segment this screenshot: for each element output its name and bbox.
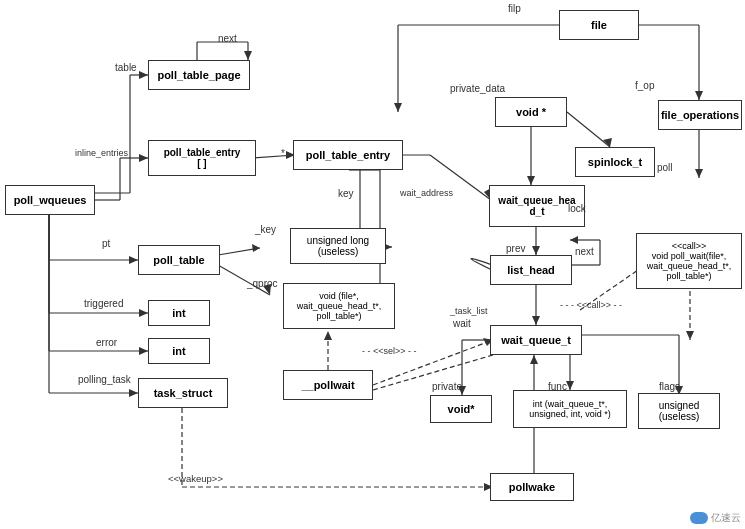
watermark: 亿速云 bbox=[690, 511, 741, 525]
call-box: <<call>> void poll_wait(file*, wait_queu… bbox=[636, 233, 742, 289]
next2-label: next bbox=[218, 33, 237, 44]
unsigned-flags-box: unsigned (useless) bbox=[638, 393, 720, 429]
file-box: file bbox=[559, 10, 639, 40]
f-op-label: f_op bbox=[635, 80, 654, 91]
poll-wqueues-box: poll_wqueues bbox=[5, 185, 95, 215]
task-struct-box: task_struct bbox=[138, 378, 228, 408]
wait-label: wait bbox=[453, 318, 471, 329]
svg-marker-36 bbox=[139, 71, 148, 79]
svg-marker-13 bbox=[532, 246, 540, 255]
polling-task-label: polling_task bbox=[78, 374, 131, 385]
error-label: error bbox=[96, 337, 117, 348]
prev-label: prev bbox=[506, 243, 525, 254]
pt-label: pt bbox=[102, 238, 110, 249]
flags-label: flags bbox=[659, 381, 680, 392]
void-private-box: void* bbox=[430, 395, 492, 423]
pollwake-box: pollwake bbox=[490, 473, 574, 501]
file-operations-box: file_operations bbox=[658, 100, 742, 130]
spinlock-t-box: spinlock_t bbox=[575, 147, 655, 177]
svg-marker-7 bbox=[695, 169, 703, 178]
svg-marker-76 bbox=[686, 331, 694, 340]
list-head-box: list_head bbox=[490, 255, 572, 285]
svg-marker-9 bbox=[603, 138, 612, 147]
private-data-label: private_data bbox=[450, 83, 505, 94]
svg-marker-63 bbox=[139, 309, 148, 317]
svg-marker-11 bbox=[527, 176, 535, 185]
svg-marker-25 bbox=[566, 381, 574, 390]
task-list-label: _task_list bbox=[450, 306, 488, 316]
svg-marker-17 bbox=[570, 236, 578, 244]
poll-label: poll bbox=[657, 162, 673, 173]
svg-marker-56 bbox=[129, 256, 138, 264]
svg-line-8 bbox=[567, 112, 610, 147]
key-label: _key bbox=[255, 224, 276, 235]
private-label: private bbox=[432, 381, 462, 392]
poll-table-page-box: poll_table_page bbox=[148, 60, 250, 90]
svg-marker-40 bbox=[139, 154, 148, 162]
key2-label: key bbox=[338, 188, 354, 199]
int1-box: int bbox=[148, 300, 210, 326]
lock-label: lock bbox=[568, 203, 586, 214]
svg-marker-69 bbox=[129, 389, 138, 397]
triggered-label: triggered bbox=[84, 298, 123, 309]
void-func-box: void (file*, wait_queue_head_t*, poll_ta… bbox=[283, 283, 395, 329]
wait-address-label: wait_address bbox=[400, 188, 453, 198]
poll-table-box: poll_table bbox=[138, 245, 220, 275]
svg-marker-66 bbox=[139, 347, 148, 355]
pollwait-box: __pollwait bbox=[283, 370, 373, 400]
poll-table-entry-arr-box: poll_table_entry [ ] bbox=[148, 140, 256, 176]
int2-box: int bbox=[148, 338, 210, 364]
svg-marker-71 bbox=[324, 331, 332, 340]
star-label: * bbox=[281, 148, 285, 159]
svg-marker-58 bbox=[252, 244, 260, 252]
int-func-box: int (wait_queue_t*, unsigned, int, void … bbox=[513, 390, 627, 428]
call-lbl: - - - <<call>> - - bbox=[560, 300, 622, 310]
next-label: next bbox=[575, 246, 594, 257]
svg-line-41 bbox=[253, 155, 295, 158]
svg-marker-32 bbox=[244, 51, 252, 60]
diagram-svg bbox=[0, 0, 745, 529]
func-label: func bbox=[548, 381, 567, 392]
void-star-box: void * bbox=[495, 97, 567, 127]
svg-line-57 bbox=[218, 248, 260, 255]
svg-marker-5 bbox=[695, 91, 703, 100]
svg-marker-19 bbox=[532, 316, 540, 325]
qproc-label: _qproc bbox=[247, 278, 278, 289]
svg-marker-81 bbox=[530, 355, 538, 364]
sel-lbl: - - <<sel>> - - bbox=[362, 346, 417, 356]
watermark-icon bbox=[690, 512, 708, 524]
poll-table-entry-box: poll_table_entry bbox=[293, 140, 403, 170]
unsigned-long-box: unsigned long (useless) bbox=[290, 228, 386, 264]
svg-marker-2 bbox=[394, 103, 402, 112]
filp-label: filp bbox=[508, 3, 521, 14]
wakeup-label: <<wakeup>> bbox=[168, 473, 223, 484]
watermark-text: 亿速云 bbox=[711, 511, 741, 525]
inline-entries-label: inline_entries bbox=[75, 148, 128, 158]
table-label: table bbox=[115, 62, 137, 73]
diagram-container: file file_operations void * spinlock_t w… bbox=[0, 0, 745, 529]
wait-queue-t-box: wait_queue_t bbox=[490, 325, 582, 355]
